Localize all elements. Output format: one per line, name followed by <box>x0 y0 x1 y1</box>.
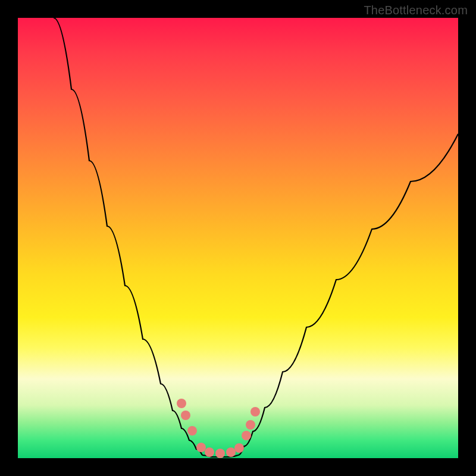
marker-point <box>234 443 244 453</box>
marker-point <box>242 431 251 440</box>
marker-point <box>250 407 260 416</box>
left-curve-path <box>54 18 202 455</box>
marker-point <box>181 411 190 420</box>
bottleneck-curve-svg <box>18 18 458 458</box>
marker-point <box>215 449 225 458</box>
marker-point <box>226 447 236 457</box>
marker-point <box>177 399 186 408</box>
marker-cluster <box>177 399 260 458</box>
outer-frame: TheBottleneck.com <box>0 0 476 476</box>
marker-point <box>196 443 206 452</box>
watermark-text: TheBottleneck.com <box>364 4 468 17</box>
marker-point <box>187 426 197 436</box>
marker-point <box>246 420 255 430</box>
right-curve-path <box>238 134 458 455</box>
marker-point <box>205 447 214 457</box>
